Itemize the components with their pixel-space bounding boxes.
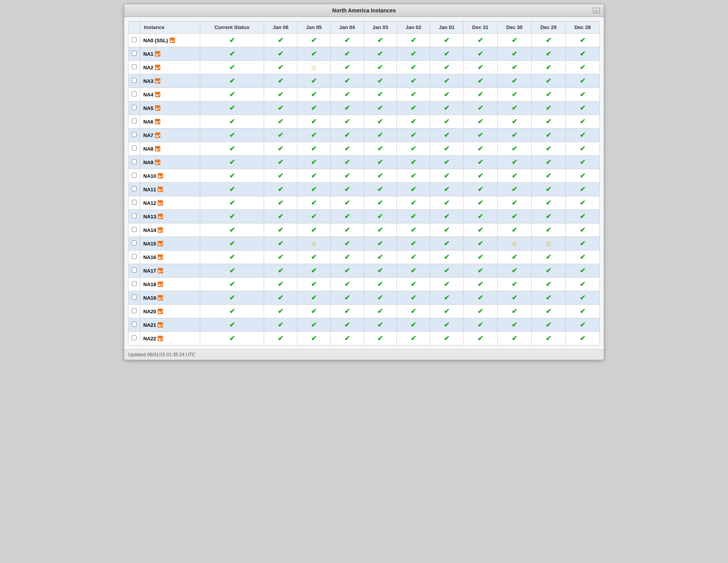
rss-icon[interactable] <box>155 160 160 165</box>
rss-icon[interactable] <box>155 78 160 84</box>
rss-icon[interactable] <box>155 65 160 70</box>
row-checkbox-cell <box>129 34 140 47</box>
check-icon: ✔ <box>580 307 585 315</box>
row-checkbox[interactable] <box>132 51 137 56</box>
row-checkbox[interactable] <box>132 146 137 151</box>
row-checkbox[interactable] <box>132 118 137 124</box>
table-row: NA11✔✔✔✔✔✔✔✔✔✔✔ <box>129 183 600 196</box>
rss-icon[interactable] <box>155 105 160 111</box>
status-cell-jan05: ✔ <box>297 34 331 47</box>
status-cell-jan02: ✔ <box>397 237 430 251</box>
rss-icon[interactable] <box>158 322 163 328</box>
rss-icon[interactable] <box>158 227 163 233</box>
check-icon: ✔ <box>580 199 585 207</box>
row-checkbox-cell <box>129 278 140 291</box>
status-cell-jan01: ✔ <box>430 169 464 183</box>
status-cell-dec30: ✔ <box>497 278 531 291</box>
instance-label: NA7 <box>143 132 153 138</box>
instance-name-cell: NA5 <box>140 101 200 115</box>
row-checkbox[interactable] <box>132 37 137 42</box>
check-icon: ✔ <box>410 91 416 98</box>
row-checkbox[interactable] <box>132 254 137 259</box>
row-checkbox-cell <box>129 169 140 183</box>
minimize-button[interactable]: − <box>593 8 600 13</box>
table-row: NA20✔✔✔✔✔✔✔✔✔✔✔ <box>129 305 600 318</box>
status-cell-jan02: ✔ <box>397 74 430 88</box>
rss-icon[interactable] <box>158 241 163 246</box>
status-cell-jan04: ✔ <box>330 223 364 237</box>
row-checkbox[interactable] <box>132 132 137 137</box>
status-cell-dec29: ✔ <box>531 318 565 332</box>
row-checkbox[interactable] <box>132 78 137 83</box>
status-cell-jan03: ✔ <box>364 88 397 101</box>
row-checkbox[interactable] <box>132 227 137 232</box>
row-checkbox[interactable] <box>132 159 137 164</box>
row-checkbox[interactable] <box>132 308 137 313</box>
row-checkbox[interactable] <box>132 335 137 340</box>
rss-icon[interactable] <box>158 295 163 300</box>
status-cell-dec30: ✔ <box>497 88 531 101</box>
check-icon: ✔ <box>410 185 416 193</box>
status-cell-dec29: ✔ <box>531 196 565 210</box>
status-cell-jan06: ✔ <box>264 74 297 88</box>
row-checkbox[interactable] <box>132 213 137 218</box>
status-cell-jan02: ✔ <box>397 47 430 61</box>
check-icon: ✔ <box>580 267 585 275</box>
check-icon: ✔ <box>229 36 235 44</box>
status-cell-jan03: ✔ <box>364 156 397 169</box>
rss-icon[interactable] <box>155 51 160 57</box>
rss-icon[interactable] <box>158 282 163 287</box>
rss-icon[interactable] <box>158 336 163 341</box>
check-icon: ✔ <box>229 294 235 302</box>
rss-icon[interactable] <box>158 173 163 179</box>
check-icon: ✔ <box>278 64 283 71</box>
check-icon: ✔ <box>344 335 350 342</box>
col-header-dec31: Dec 31 <box>463 21 497 34</box>
check-icon: ✔ <box>278 104 283 112</box>
row-checkbox[interactable] <box>132 186 137 191</box>
check-icon: ✔ <box>580 104 585 112</box>
rss-icon[interactable] <box>155 92 160 97</box>
rss-icon[interactable] <box>155 132 160 138</box>
row-checkbox[interactable] <box>132 268 137 273</box>
rss-icon[interactable] <box>170 38 175 43</box>
row-checkbox[interactable] <box>132 91 137 96</box>
status-cell-jan06: ✔ <box>264 278 297 291</box>
row-checkbox[interactable] <box>132 322 137 327</box>
check-icon: ✔ <box>580 185 585 193</box>
row-checkbox[interactable] <box>132 64 137 69</box>
check-icon: ✔ <box>278 335 283 342</box>
row-checkbox[interactable] <box>132 281 137 286</box>
row-checkbox[interactable] <box>132 295 137 300</box>
status-cell-jan02: ✔ <box>397 251 430 264</box>
check-icon: ✔ <box>377 50 383 58</box>
rss-icon[interactable] <box>155 146 160 151</box>
row-checkbox[interactable] <box>132 200 137 205</box>
rss-icon[interactable] <box>158 268 163 273</box>
rss-icon[interactable] <box>158 200 163 206</box>
rss-icon[interactable] <box>158 254 163 260</box>
status-cell-dec31: ✔ <box>463 251 497 264</box>
status-cell-dec30: ✔ <box>497 251 531 264</box>
rss-icon[interactable] <box>158 309 163 314</box>
check-icon: ✔ <box>278 145 283 153</box>
check-icon: ✔ <box>580 253 585 261</box>
rss-icon[interactable] <box>155 119 160 124</box>
check-icon: ✔ <box>344 240 350 247</box>
row-checkbox[interactable] <box>132 173 137 178</box>
instance-name-cell: NA15 <box>140 237 200 251</box>
row-checkbox[interactable] <box>132 240 137 245</box>
table-row: NA8✔✔✔✔✔✔✔✔✔✔✔ <box>129 142 600 156</box>
status-cell-jan03: ✔ <box>364 210 397 223</box>
rss-icon[interactable] <box>158 187 163 192</box>
check-icon: ✔ <box>344 64 350 71</box>
status-cell-current: ✔ <box>200 291 264 305</box>
rss-icon[interactable] <box>158 214 163 219</box>
status-cell-jan02: ✔ <box>397 61 430 74</box>
check-icon: ✔ <box>444 77 450 85</box>
check-icon: ✔ <box>546 172 551 180</box>
status-cell-jan03: ✔ <box>364 142 397 156</box>
check-icon: ✔ <box>444 307 450 315</box>
row-checkbox[interactable] <box>132 105 137 110</box>
status-cell-jan02: ✔ <box>397 318 430 332</box>
